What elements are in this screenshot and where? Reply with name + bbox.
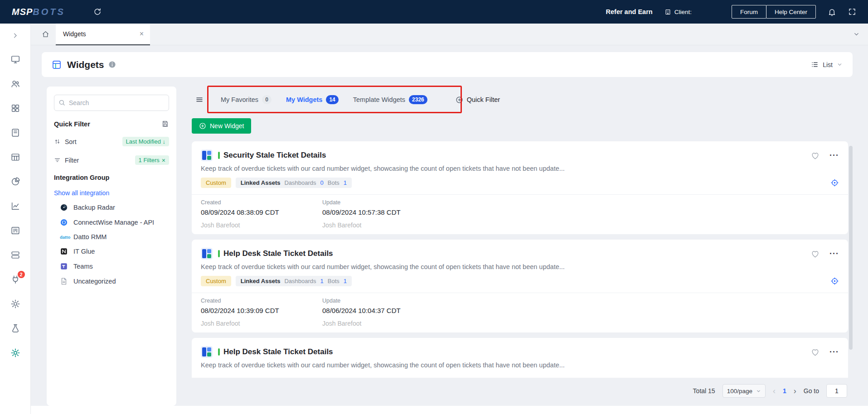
filter-value-badge[interactable]: 1 Filters ×	[135, 155, 169, 165]
line-chart-icon[interactable]	[10, 201, 20, 211]
current-page[interactable]: 1	[783, 387, 786, 395]
favorite-heart-icon[interactable]	[811, 250, 820, 258]
update-label: Update	[322, 298, 444, 304]
widgets-panel: My Favorites 0 My Widgets 14 Template Wi…	[192, 87, 853, 406]
prev-page-icon[interactable]: ‹	[773, 387, 776, 395]
plus-circle-icon	[199, 122, 206, 130]
tab-my-widgets[interactable]: My Widgets 14	[279, 87, 346, 113]
refresh-icon[interactable]	[93, 8, 102, 16]
linked-assets-tag: Linked Assets Dashboards 1 Bots 1	[236, 276, 352, 286]
page-size-value: 100/page	[727, 388, 752, 395]
new-widget-label: New Widget	[210, 122, 244, 130]
linked-assets-label: Linked Assets	[241, 179, 281, 186]
tab-widgets-label: Widgets	[63, 30, 86, 38]
mspbots-logo[interactable]: MSPBOTS	[12, 7, 65, 17]
remove-filter-icon[interactable]: ×	[162, 157, 165, 164]
created-label: Created	[201, 298, 322, 304]
tab-label: My Widgets	[286, 96, 322, 103]
view-mode-select[interactable]: List	[811, 61, 843, 68]
goto-label: Go to	[804, 387, 819, 395]
filter-panel: Quick Filter Sort Last	[47, 87, 176, 406]
favorite-heart-icon[interactable]	[811, 348, 820, 356]
content-area: Widgets List	[31, 45, 868, 406]
pie-chart-icon[interactable]	[10, 177, 20, 187]
circle-plus-icon	[456, 96, 463, 104]
widget-title[interactable]: Security Stale Ticket Details	[223, 151, 326, 160]
tab-count-badge: 14	[326, 95, 338, 104]
gear-icon[interactable]	[10, 299, 20, 309]
integration-item-itglue[interactable]: IT Glue	[54, 247, 169, 255]
scrollbar-thumb[interactable]	[849, 146, 853, 350]
new-widget-button[interactable]: New Widget	[192, 118, 251, 134]
refer-and-earn-link[interactable]: Refer and Earn	[606, 8, 653, 15]
sidebar-expand-chevron-icon[interactable]	[12, 30, 19, 41]
show-all-integration-link[interactable]: Show all integration	[54, 189, 169, 197]
quick-filter-button[interactable]: Quick Filter	[456, 96, 500, 104]
integrations-badge: 2	[18, 271, 25, 278]
more-menu-icon[interactable]: ···	[829, 151, 839, 159]
apps-grid-icon[interactable]	[10, 103, 20, 113]
integration-item-datto[interactable]: datto Datto RMM	[54, 233, 169, 241]
tab-template-widgets[interactable]: Template Widgets 2326	[346, 87, 435, 113]
backup-radar-logo-icon	[60, 203, 68, 212]
integration-item-connectwise[interactable]: ConnectWise Manage - API	[54, 218, 169, 226]
tab-my-favorites[interactable]: My Favorites 0	[213, 87, 279, 113]
integration-name: Backup Radar	[73, 204, 115, 211]
quick-filter-label: Quick Filter	[54, 120, 90, 128]
home-icon[interactable]	[42, 30, 49, 38]
widget-title[interactable]: Help Desk Stale Ticket Details	[223, 347, 333, 356]
filter-icon	[54, 157, 61, 164]
page-header: Widgets List	[42, 52, 853, 77]
next-page-icon[interactable]: ›	[794, 387, 796, 395]
linked-assets-tag: Linked Assets Dashboards 0 Bots 1	[236, 178, 352, 188]
client-selector[interactable]: Client:	[664, 9, 692, 15]
sort-value: Last Modified ↓	[126, 138, 165, 145]
labs-flask-icon[interactable]	[10, 323, 20, 333]
tab-count-badge: 0	[262, 95, 272, 104]
tab-widgets[interactable]: Widgets ×	[56, 24, 150, 45]
widget-card: Security Stale Ticket Details ··· Keep t…	[192, 141, 848, 234]
update-label: Update	[322, 199, 444, 206]
sort-value-badge[interactable]: Last Modified ↓	[122, 137, 169, 146]
datasets-icon[interactable]	[10, 250, 20, 260]
docs-icon[interactable]	[10, 128, 20, 138]
pagination: Total 15 100/page ‹ 1 › Go to	[192, 384, 853, 398]
search-input[interactable]	[54, 95, 169, 111]
target-icon[interactable]	[830, 277, 839, 285]
notifications-bell-icon[interactable]	[828, 8, 836, 16]
page-size-select[interactable]: 100/page	[723, 384, 766, 398]
goto-page-input[interactable]	[826, 384, 847, 398]
widget-card-list: Security Stale Ticket Details ··· Keep t…	[192, 141, 853, 378]
widget-description: Keep track of overdue tickets with our c…	[201, 263, 839, 270]
widget-accent-bar	[218, 348, 220, 356]
integration-item-backup-radar[interactable]: Backup Radar	[54, 203, 169, 212]
info-icon[interactable]	[108, 61, 116, 68]
help-center-button[interactable]: Help Center	[766, 5, 816, 19]
tables-icon[interactable]	[10, 152, 20, 162]
favorite-heart-icon[interactable]	[811, 151, 820, 160]
dashboards-label: Dashboards	[284, 179, 316, 186]
widget-title[interactable]: Help Desk Stale Ticket Details	[223, 249, 333, 258]
filter-value: 1 Filters	[139, 157, 160, 164]
integration-item-teams[interactable]: Teams	[54, 262, 169, 270]
search-icon	[58, 99, 65, 106]
updated-by: Josh Barefoot	[322, 320, 444, 327]
tabstrip-chevron-down-icon[interactable]	[853, 31, 860, 38]
hamburger-menu-icon[interactable]	[195, 96, 204, 104]
datto-logo-icon: datto	[60, 235, 68, 240]
integration-item-uncategorized[interactable]: Uncategorized	[54, 277, 169, 285]
kanban-icon[interactable]	[10, 226, 20, 236]
dashboard-icon[interactable]	[10, 54, 20, 64]
tab-label: My Favorites	[221, 96, 258, 103]
more-menu-icon[interactable]: ···	[829, 348, 839, 356]
created-label: Created	[201, 199, 322, 206]
more-menu-icon[interactable]: ···	[829, 250, 839, 258]
target-icon[interactable]	[830, 178, 839, 187]
integrations-plug-icon[interactable]: 2	[10, 274, 20, 284]
clients-icon[interactable]	[10, 79, 20, 89]
forum-button[interactable]: Forum	[732, 5, 766, 19]
settings-icon[interactable]	[10, 348, 20, 358]
save-icon[interactable]	[161, 120, 169, 128]
fullscreen-icon[interactable]	[848, 8, 856, 16]
tab-close-icon[interactable]: ×	[140, 30, 144, 38]
